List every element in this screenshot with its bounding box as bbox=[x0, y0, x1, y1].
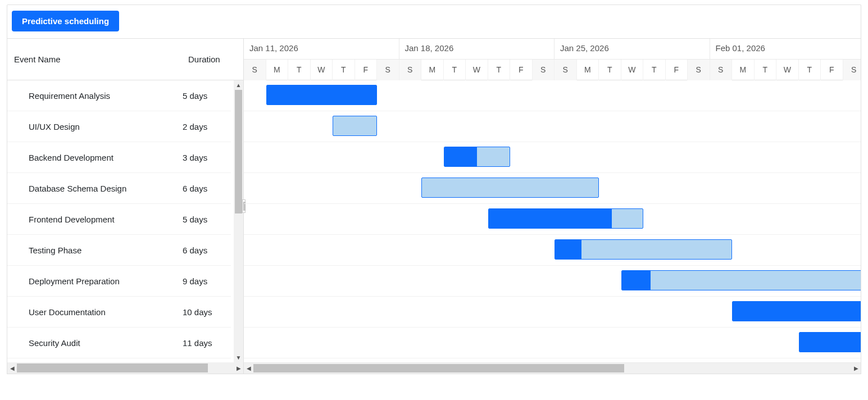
grid-header: Event Name Duration bbox=[7, 39, 243, 80]
scroll-track[interactable] bbox=[17, 362, 234, 374]
day-header-cell[interactable]: T bbox=[599, 60, 621, 80]
task-progress bbox=[799, 333, 861, 352]
day-header-cell[interactable]: F bbox=[355, 60, 378, 80]
task-progress bbox=[489, 209, 612, 228]
week-header-cell[interactable]: Feb 01, 2026 bbox=[710, 39, 861, 59]
day-header-cell[interactable]: S bbox=[688, 60, 710, 80]
task-name-cell: Database Schema Design bbox=[7, 184, 181, 193]
column-header-name[interactable]: Event Name bbox=[7, 54, 181, 64]
task-duration-cell: 3 days bbox=[181, 153, 231, 162]
day-header-cell[interactable]: S bbox=[555, 60, 577, 80]
day-header-cell[interactable]: S bbox=[533, 60, 555, 80]
task-duration-cell: 11 days bbox=[181, 338, 231, 348]
task-duration-cell: 5 days bbox=[181, 91, 231, 101]
grid-horizontal-scrollbar[interactable]: ◀ ▶ bbox=[7, 362, 243, 374]
timeline-row bbox=[244, 142, 861, 173]
task-bar[interactable] bbox=[444, 147, 511, 167]
scroll-right-arrow-icon[interactable]: ▶ bbox=[234, 362, 243, 374]
table-row[interactable]: UI/UX Design2 days bbox=[7, 111, 231, 142]
day-header-cell[interactable]: M bbox=[732, 60, 755, 80]
task-bar[interactable] bbox=[621, 270, 861, 290]
day-header-cell[interactable]: W bbox=[621, 60, 644, 80]
task-name-cell: UI/UX Design bbox=[7, 122, 181, 131]
scroll-up-arrow-icon[interactable]: ▲ bbox=[234, 80, 243, 90]
grid-vertical-scrollbar[interactable]: ▲ ▼ bbox=[234, 80, 243, 362]
table-row[interactable]: Deployment Preparation9 days bbox=[7, 266, 231, 297]
table-row[interactable]: Requirement Analysis5 days bbox=[7, 80, 231, 111]
scroll-left-arrow-icon[interactable]: ◀ bbox=[244, 363, 253, 374]
task-duration-cell: 9 days bbox=[181, 276, 231, 286]
task-progress bbox=[733, 302, 861, 321]
task-bar[interactable] bbox=[421, 178, 599, 198]
day-header-cell[interactable]: T bbox=[288, 60, 311, 80]
day-header-cell[interactable]: W bbox=[311, 60, 333, 80]
timeline-row bbox=[244, 328, 861, 358]
grid-pane: Event Name Duration Requirement Analysis… bbox=[7, 39, 244, 374]
table-row[interactable]: Database Schema Design6 days bbox=[7, 173, 231, 204]
scroll-left-arrow-icon[interactable]: ◀ bbox=[7, 362, 17, 374]
predictive-scheduling-button[interactable]: Predictive scheduling bbox=[12, 11, 119, 31]
day-header-cell[interactable]: F bbox=[510, 60, 533, 80]
scroll-thumb[interactable] bbox=[235, 90, 242, 213]
day-header-cell[interactable]: W bbox=[776, 60, 799, 80]
timeline-row bbox=[244, 235, 861, 266]
timeline-row bbox=[244, 80, 861, 111]
grid-body: Requirement Analysis5 daysUI/UX Design2 … bbox=[7, 80, 243, 374]
day-header-cell[interactable]: T bbox=[799, 60, 821, 80]
scroll-thumb[interactable] bbox=[253, 364, 624, 372]
table-row[interactable]: User Documentation10 days bbox=[7, 297, 231, 328]
day-header-cell[interactable]: W bbox=[466, 60, 488, 80]
timeline-horizontal-scrollbar[interactable]: ◀ ▶ bbox=[244, 362, 861, 374]
day-header-cell[interactable]: S bbox=[843, 60, 861, 80]
day-header-cell[interactable]: T bbox=[643, 60, 666, 80]
timeline-row bbox=[244, 204, 861, 235]
task-progress bbox=[555, 240, 581, 259]
table-row[interactable]: Backend Development3 days bbox=[7, 142, 231, 173]
day-header-cell[interactable]: S bbox=[377, 60, 399, 80]
column-header-duration[interactable]: Duration bbox=[181, 54, 243, 64]
timeline-body[interactable] bbox=[244, 80, 861, 362]
table-row[interactable]: Frontend Development5 days bbox=[7, 204, 231, 235]
task-bar[interactable] bbox=[488, 208, 644, 229]
task-bar[interactable] bbox=[333, 116, 377, 136]
table-row[interactable]: Security Audit11 days bbox=[7, 328, 231, 358]
toolbar: Predictive scheduling bbox=[7, 4, 861, 38]
task-name-cell: Backend Development bbox=[7, 153, 181, 162]
task-name-cell: Security Audit bbox=[7, 338, 181, 348]
task-duration-cell: 5 days bbox=[181, 215, 231, 224]
timeline-row bbox=[244, 297, 861, 328]
day-header-cell[interactable]: T bbox=[755, 60, 777, 80]
scroll-track[interactable] bbox=[253, 363, 851, 374]
scroll-track[interactable] bbox=[234, 90, 243, 353]
day-header-cell[interactable]: T bbox=[444, 60, 466, 80]
day-header-cell[interactable]: T bbox=[333, 60, 355, 80]
task-bar[interactable] bbox=[266, 85, 378, 105]
scroll-right-arrow-icon[interactable]: ▶ bbox=[851, 363, 861, 374]
task-bar[interactable] bbox=[732, 301, 861, 321]
day-header-cell[interactable]: M bbox=[266, 60, 289, 80]
table-row[interactable]: Testing Phase6 days bbox=[7, 235, 231, 266]
day-header-cell[interactable]: F bbox=[821, 60, 843, 80]
task-name-cell: Testing Phase bbox=[7, 246, 181, 255]
timeline-row bbox=[244, 266, 861, 297]
task-duration-cell: 10 days bbox=[181, 307, 231, 317]
week-header-cell[interactable]: Jan 18, 2026 bbox=[399, 39, 555, 59]
scroll-thumb[interactable] bbox=[17, 363, 208, 372]
task-progress bbox=[267, 85, 377, 104]
task-bar[interactable] bbox=[799, 332, 861, 352]
day-header-cell[interactable]: M bbox=[421, 60, 444, 80]
scroll-down-arrow-icon[interactable]: ▼ bbox=[234, 353, 243, 362]
day-header-cell[interactable]: S bbox=[399, 60, 422, 80]
day-header-cell[interactable]: M bbox=[577, 60, 599, 80]
day-header-cell[interactable]: F bbox=[666, 60, 688, 80]
day-header-cell[interactable]: S bbox=[710, 60, 733, 80]
day-header-cell[interactable]: S bbox=[244, 60, 266, 80]
week-header-cell[interactable]: Jan 11, 2026 bbox=[244, 39, 399, 59]
task-name-cell: Deployment Preparation bbox=[7, 276, 181, 286]
task-name-cell: User Documentation bbox=[7, 307, 181, 317]
week-header-cell[interactable]: Jan 25, 2026 bbox=[555, 39, 710, 59]
day-header-cell[interactable]: T bbox=[488, 60, 511, 80]
task-name-cell: Frontend Development bbox=[7, 215, 181, 224]
task-bar[interactable] bbox=[555, 239, 732, 260]
task-duration-cell: 2 days bbox=[181, 122, 231, 131]
